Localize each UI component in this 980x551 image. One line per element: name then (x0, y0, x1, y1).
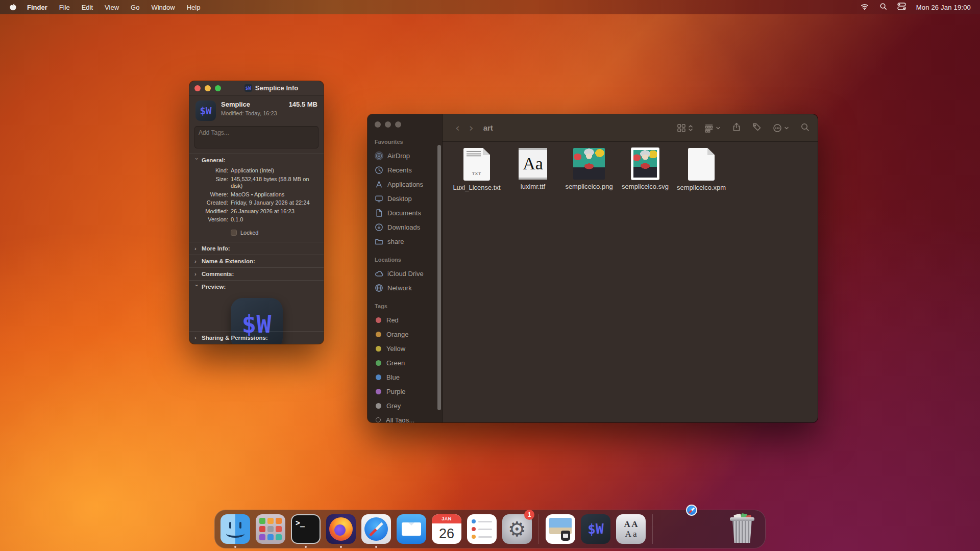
sidebar-tag-all-tags[interactable]: All Tags... (375, 413, 442, 422)
desktop-wallpaper[interactable]: Finder File Edit View Go Window Help Mon… (0, 0, 980, 551)
sharing-permissions-section[interactable]: ›Sharing & Permissions: (189, 331, 324, 344)
dock-disk-image[interactable] (659, 511, 690, 547)
file-sempliceico-xpm[interactable]: sempliceico.xpm (673, 148, 729, 191)
menu-item-view[interactable]: View (105, 4, 119, 11)
image-thumbnail-icon (573, 148, 605, 180)
menu-item-window[interactable]: Window (151, 4, 175, 11)
menu-item-go[interactable]: Go (131, 4, 139, 11)
mail-icon (397, 514, 426, 544)
dock-safari[interactable] (361, 511, 391, 547)
sharing-permissions-label: Sharing & Permissions: (202, 335, 268, 341)
file-luximr-ttf[interactable]: Aa luximr.ttf (505, 148, 561, 191)
general-section-header[interactable]: › General: (194, 157, 318, 163)
sidebar-item-network[interactable]: Network (375, 281, 442, 295)
sidebar-tag-red[interactable]: Red (375, 313, 442, 327)
menu-bar-clock[interactable]: Mon 26 Jan 19:00 (916, 4, 971, 11)
sidebar-item-share[interactable]: share (375, 234, 442, 248)
sidebar-label: Documents (387, 209, 421, 217)
sidebar-item-icloud-drive[interactable]: iCloud Drive (375, 266, 442, 281)
launchpad-icon (256, 514, 285, 544)
minimize-button[interactable] (385, 121, 391, 128)
forward-icon[interactable]: › (464, 122, 478, 134)
sidebar-item-downloads[interactable]: Downloads (375, 220, 442, 234)
sidebar-label: Applications (387, 181, 423, 188)
add-tags-input[interactable]: Add Tags... (194, 126, 318, 148)
file-name: Luxi_License.txt (453, 184, 500, 191)
control-center-icon[interactable] (897, 3, 906, 12)
file-sempliceico-svg[interactable]: sempliceico.svg (617, 148, 673, 191)
dock-mail[interactable] (396, 511, 427, 547)
sidebar-item-desktop[interactable]: Desktop (375, 191, 442, 206)
dock-finder[interactable] (220, 511, 251, 547)
tag-dot-icon (376, 317, 381, 323)
share-button[interactable] (732, 122, 741, 134)
finder-content[interactable]: TXT Luxi_License.txt Aa luximr.ttf sempl… (443, 142, 818, 422)
sidebar-label: AirDrop (387, 152, 410, 160)
dock-preview[interactable] (545, 511, 576, 547)
info-row-value: Application (Intel) (231, 167, 318, 174)
search-icon[interactable] (879, 3, 887, 12)
menu-item-file[interactable]: File (59, 4, 70, 11)
wifi-icon[interactable] (860, 3, 869, 12)
dock-divider (652, 514, 653, 544)
menu-item-finder[interactable]: Finder (27, 4, 47, 11)
dock-semplice[interactable]: $W (580, 511, 611, 547)
more-info-section[interactable]: ›More Info: (189, 242, 324, 255)
menu-item-edit[interactable]: Edit (82, 4, 93, 11)
text-file-icon: TXT (463, 148, 490, 181)
sidebar-section-tags: Tags (375, 303, 442, 309)
sidebar-item-documents[interactable]: Documents (375, 206, 442, 220)
finder-window-title: art (483, 123, 493, 132)
running-indicator (375, 546, 377, 548)
dock-trash[interactable] (729, 511, 760, 547)
zoom-button[interactable] (395, 121, 401, 128)
sidebar-item-airdrop[interactable]: AirDrop (375, 148, 442, 163)
dock-system-settings[interactable]: 1 ⚙ (502, 511, 532, 547)
sidebar-label: share (387, 238, 404, 245)
sidebar-scrollbar[interactable] (437, 145, 441, 410)
sidebar-tag-green[interactable]: Green (375, 356, 442, 370)
file-sempliceico-png[interactable]: sempliceico.png (561, 148, 617, 191)
sidebar-item-recents[interactable]: Recents (375, 163, 442, 177)
search-icon[interactable] (800, 122, 810, 134)
info-window-titlebar[interactable]: $W Semplice Info (189, 81, 324, 95)
dock-font-book[interactable]: A A A a (616, 511, 646, 547)
disk-image-icon (659, 514, 689, 544)
sidebar-item-applications[interactable]: Applications (375, 177, 442, 191)
dock-firefox[interactable] (326, 511, 356, 547)
tag-button[interactable] (752, 122, 762, 134)
dock-terminal[interactable]: >_ (290, 511, 321, 547)
tag-dot-icon (376, 346, 381, 352)
info-window: $W Semplice Info $W Semplice Modified: T… (189, 81, 324, 344)
sidebar-tag-purple[interactable]: Purple (375, 384, 442, 398)
dock-launchpad[interactable] (255, 511, 286, 547)
sidebar-label: All Tags... (386, 416, 414, 423)
dock-web-document[interactable] (694, 511, 725, 547)
group-by-button[interactable] (704, 123, 721, 133)
info-row-label: Where: (194, 191, 228, 198)
name-extension-section[interactable]: ›Name & Extension: (189, 255, 324, 267)
app-size: 145.5 MB (289, 101, 317, 108)
dock-reminders[interactable] (467, 511, 497, 547)
font-book-icon: A A A a (616, 514, 646, 544)
close-button[interactable] (375, 121, 381, 128)
name-extension-label: Name & Extension: (202, 258, 255, 264)
menu-item-help[interactable]: Help (187, 4, 201, 11)
back-icon[interactable]: ‹ (451, 122, 464, 134)
apple-menu-icon[interactable] (9, 3, 17, 12)
info-row-label: Size: (194, 176, 228, 190)
locked-checkbox[interactable] (231, 230, 237, 236)
sidebar-tag-blue[interactable]: Blue (375, 370, 442, 384)
more-options-button[interactable] (773, 123, 789, 133)
sidebar-tag-orange[interactable]: Orange (375, 327, 442, 341)
chevron-right-icon: › (194, 335, 199, 341)
font-file-icon: Aa (519, 148, 547, 180)
file-luxi-license-txt[interactable]: TXT Luxi_License.txt (449, 148, 505, 191)
dock-calendar[interactable]: JAN 26 (431, 511, 462, 547)
view-options-button[interactable] (677, 123, 693, 133)
sidebar-tag-grey[interactable]: Grey (375, 398, 442, 413)
comments-section[interactable]: ›Comments: (189, 267, 324, 280)
sidebar-tag-yellow[interactable]: Yellow (375, 341, 442, 356)
comments-label: Comments: (202, 271, 234, 277)
sidebar-label: Downloads (387, 223, 420, 231)
